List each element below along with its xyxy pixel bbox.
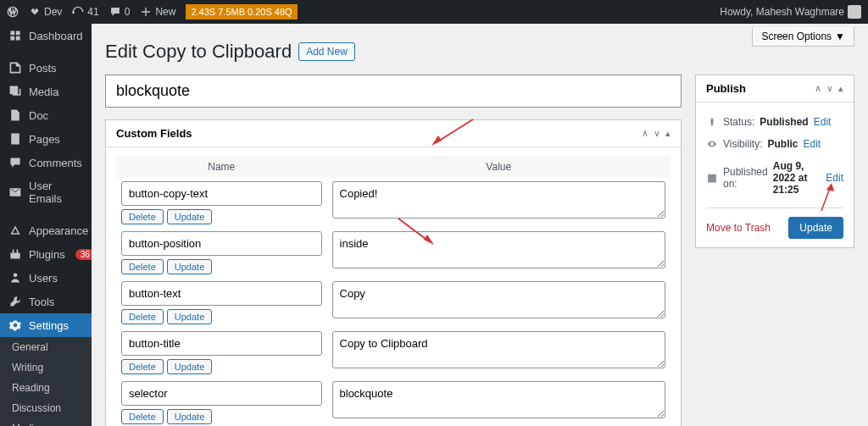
- move-up-icon[interactable]: ∧: [815, 83, 821, 94]
- sub-item-writing[interactable]: Writing: [0, 357, 92, 378]
- sidebar-item-tools[interactable]: Tools: [0, 290, 92, 313]
- settings-submenu: General Writing Reading Discussion Media…: [0, 337, 92, 426]
- visibility-icon: [706, 138, 718, 150]
- edit-date-link[interactable]: Edit: [826, 172, 843, 184]
- updates-count[interactable]: 41: [72, 6, 98, 18]
- sidebar-item-pages[interactable]: Pages: [0, 127, 92, 151]
- move-up-icon[interactable]: ∧: [642, 128, 648, 139]
- calendar-icon: [706, 172, 718, 184]
- custom-fields-heading: Custom Fields: [116, 127, 192, 140]
- edit-status-link[interactable]: Edit: [814, 116, 832, 128]
- svg-point-0: [14, 273, 18, 277]
- comments-count[interactable]: 0: [109, 6, 131, 18]
- cf-name-input[interactable]: [121, 281, 322, 306]
- cf-delete-button[interactable]: Delete: [121, 309, 164, 324]
- cf-name-input[interactable]: [121, 231, 322, 256]
- cf-delete-button[interactable]: Delete: [121, 209, 164, 224]
- custom-fields-box: Custom Fields ∧ ∨ ▴ Name Valu: [105, 119, 682, 426]
- sub-item-general[interactable]: General: [0, 337, 92, 357]
- toggle-panel-icon[interactable]: ▴: [665, 128, 670, 139]
- pin-icon: [706, 116, 718, 128]
- move-to-trash-link[interactable]: Move to Trash: [706, 222, 771, 234]
- custom-field-row: DeleteUpdateCopy: [116, 278, 670, 328]
- plugins-update-badge: 36: [75, 249, 92, 260]
- debug-stats[interactable]: 2.43S 7.5MB 0.20S 48Q: [186, 4, 297, 19]
- chevron-down-icon: ▼: [835, 30, 845, 42]
- new-content[interactable]: New: [140, 6, 175, 18]
- cf-name-input[interactable]: [121, 331, 322, 356]
- sidebar-item-posts[interactable]: Posts: [0, 56, 92, 80]
- sidebar-item-users[interactable]: Users: [0, 266, 92, 290]
- custom-field-row: DeleteUpdateinside: [116, 228, 670, 278]
- sidebar-item-doc[interactable]: Doc: [0, 103, 92, 127]
- sub-item-discussion[interactable]: Discussion: [0, 398, 92, 418]
- add-new-button[interactable]: Add New: [298, 42, 355, 61]
- publish-heading: Publish: [706, 82, 746, 95]
- cf-update-button[interactable]: Update: [167, 259, 212, 274]
- cf-value-textarea[interactable]: Copy to Clipboard: [332, 331, 665, 368]
- cf-delete-button[interactable]: Delete: [121, 259, 164, 274]
- move-down-icon[interactable]: ∨: [654, 128, 660, 139]
- cf-value-textarea[interactable]: inside: [332, 231, 665, 268]
- toggle-panel-icon[interactable]: ▴: [838, 83, 843, 94]
- content-area: Screen Options ▼ Edit Copy to Clipboard …: [92, 24, 868, 426]
- sidebar-item-comments[interactable]: Comments: [0, 151, 92, 174]
- cf-name-input[interactable]: [121, 381, 322, 406]
- sub-item-media[interactable]: Media: [0, 418, 92, 426]
- cf-update-button[interactable]: Update: [167, 409, 212, 424]
- cf-update-button[interactable]: Update: [167, 209, 212, 224]
- sub-item-reading[interactable]: Reading: [0, 378, 92, 398]
- edit-visibility-link[interactable]: Edit: [803, 138, 821, 150]
- sidebar-item-appearance[interactable]: Appearance: [0, 219, 92, 242]
- cf-delete-button[interactable]: Delete: [121, 359, 164, 374]
- sidebar-item-plugins[interactable]: Plugins36: [0, 242, 92, 266]
- cf-value-textarea[interactable]: Copy: [332, 281, 665, 318]
- publish-box: Publish ∧ ∨ ▴ Status: Published Edit: [695, 75, 854, 248]
- cf-update-button[interactable]: Update: [167, 359, 212, 374]
- sidebar-item-user-emails[interactable]: User Emails: [0, 174, 92, 210]
- custom-field-row: DeleteUpdateCopy to Clipboard: [116, 328, 670, 378]
- admin-sidebar: Dashboard Posts Media Doc Pages Comments…: [0, 24, 92, 426]
- col-value-header: Value: [327, 156, 670, 178]
- cf-delete-button[interactable]: Delete: [121, 409, 164, 424]
- admin-bar: Dev 41 0 New 2.43S 7.5MB 0.20S 48Q Howdy…: [0, 0, 868, 24]
- cf-name-input[interactable]: [121, 181, 322, 206]
- cf-value-textarea[interactable]: blockquote: [332, 381, 665, 418]
- post-title-input[interactable]: [105, 75, 682, 108]
- col-name-header: Name: [116, 156, 327, 178]
- custom-field-row: DeleteUpdateCopied!: [116, 178, 670, 228]
- site-name[interactable]: Dev: [29, 6, 62, 18]
- sidebar-item-dashboard[interactable]: Dashboard: [0, 24, 92, 47]
- sidebar-item-media[interactable]: Media: [0, 80, 92, 103]
- avatar: [848, 5, 861, 19]
- update-button[interactable]: Update: [788, 217, 843, 239]
- cf-update-button[interactable]: Update: [167, 309, 212, 324]
- sidebar-item-settings[interactable]: Settings: [0, 313, 92, 337]
- cf-value-textarea[interactable]: Copied!: [332, 181, 665, 219]
- screen-options-toggle[interactable]: Screen Options ▼: [752, 27, 854, 47]
- page-title: Edit Copy to Clipboard: [105, 41, 292, 63]
- custom-field-row: DeleteUpdateblockquote: [116, 378, 670, 426]
- wp-logo[interactable]: [7, 6, 19, 18]
- howdy-user[interactable]: Howdy, Mahesh Waghmare: [720, 5, 861, 19]
- move-down-icon[interactable]: ∨: [826, 83, 833, 94]
